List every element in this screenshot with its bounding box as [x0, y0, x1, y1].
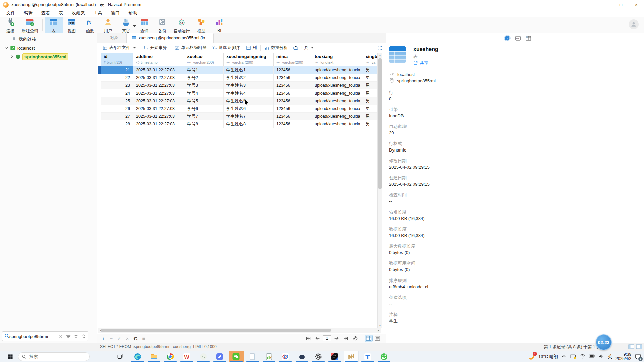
battery-icon[interactable]: [589, 354, 595, 360]
taskbar-app-chrome[interactable]: [163, 351, 178, 362]
wifi-icon[interactable]: [579, 354, 585, 360]
menu-7[interactable]: 帮助: [124, 9, 142, 17]
toggle-right-pane-icon[interactable]: [636, 344, 642, 350]
info-tab-icon[interactable]: [504, 35, 511, 43]
collapse-chevrons-icon[interactable]: [82, 334, 86, 339]
taskbar-app-notepad[interactable]: [245, 351, 260, 362]
taskbar-app-todesk[interactable]: [360, 351, 375, 362]
weather-text[interactable]: 13°C 晴朗: [538, 354, 558, 360]
taskbar-app-edge[interactable]: [130, 351, 145, 362]
table-row[interactable]: 272025-03-31 22:27:03学号7学生姓名7123456uploa…: [97, 113, 386, 120]
cell-xuehao[interactable]: 学号1: [184, 66, 224, 74]
scroll-up-arrow[interactable]: ▲: [378, 53, 382, 57]
menu-3[interactable]: 表: [54, 9, 67, 17]
cell-xuehao[interactable]: 学号5: [184, 97, 224, 105]
cell-addtime[interactable]: 2025-03-31 22:27:03: [133, 113, 184, 120]
table-row[interactable]: 282025-03-31 22:27:03学号8学生姓名8123456uploa…: [97, 120, 386, 128]
filter-sort-button[interactable]: 筛选 & 排序: [209, 45, 243, 51]
taskbar-app-github-cat[interactable]: [294, 351, 309, 362]
cell-xuehao[interactable]: 学号4: [184, 89, 224, 97]
columns-button[interactable]: 列: [243, 45, 260, 51]
toolbar-backup-button[interactable]: 备份: [153, 17, 171, 33]
toolbar-automation-button[interactable]: 自动运行: [171, 17, 192, 33]
ime-indicator[interactable]: 英: [608, 354, 612, 360]
table-row[interactable]: 242025-03-31 22:27:03学号4学生姓名4123456uploa…: [97, 89, 386, 97]
taskbar-app-navicat[interactable]: [344, 351, 359, 362]
toolbar-user-button[interactable]: 用户: [99, 17, 117, 33]
recording-timer-bubble[interactable]: 02:23: [596, 334, 612, 350]
cell-id[interactable]: 25: [101, 97, 133, 105]
last-page-button[interactable]: [342, 334, 350, 342]
fields-tab-icon[interactable]: [525, 35, 531, 43]
apply-changes-button[interactable]: ✓: [115, 334, 123, 342]
cell-touxiang[interactable]: upload/xuesheng_touxia: [312, 74, 363, 82]
tab-active-table[interactable]: xuesheng @springbootpe855rmi (lo...: [126, 33, 214, 43]
taskbar-app-editor-green[interactable]: [262, 351, 276, 362]
scroll-right-arrow[interactable]: ▶: [376, 328, 381, 333]
cell-xuehao[interactable]: 学号7: [184, 113, 224, 120]
column-header-addtime[interactable]: addtimetimestamp: [133, 53, 184, 66]
column-header-xueshengxingming[interactable]: xueshengxingmingABCvarchar(200): [224, 53, 274, 66]
cell-touxiang[interactable]: upload/xuesheng_touxia: [312, 82, 363, 89]
table-row[interactable]: 252025-03-31 22:27:03学号5学生姓名5123456uploa…: [97, 97, 386, 105]
cell-touxiang[interactable]: upload/xuesheng_touxia: [312, 105, 363, 113]
cell-mima[interactable]: 123456: [274, 89, 312, 97]
cell-addtime[interactable]: 2025-03-31 22:27:03: [133, 120, 184, 128]
cell-xueshengxingming[interactable]: 学生姓名7: [224, 113, 274, 120]
close-button[interactable]: ×: [629, 0, 644, 9]
toolbar-bi-button[interactable]: BI: [210, 17, 228, 33]
cell-id[interactable]: 26: [101, 105, 133, 113]
first-page-button[interactable]: [304, 334, 312, 342]
cell-mima[interactable]: 123456: [274, 105, 312, 113]
table-row[interactable]: 212025-03-31 22:27:03学号1学生姓名1123456uploa…: [97, 66, 386, 74]
task-view-icon[interactable]: [117, 353, 123, 361]
taskbar-search-box[interactable]: 搜索: [18, 352, 90, 361]
cell-touxiang[interactable]: upload/xuesheng_touxia: [312, 113, 363, 120]
toolbar-view-button[interactable]: 视图: [63, 17, 81, 33]
taskbar-app-sync-green[interactable]: [377, 351, 391, 362]
menu-6[interactable]: 窗口: [107, 9, 124, 17]
vertical-scroll-thumb[interactable]: [378, 58, 382, 189]
next-page-button[interactable]: [332, 334, 340, 342]
cell-addtime[interactable]: 2025-03-31 22:27:03: [133, 66, 184, 74]
cell-id[interactable]: 23: [101, 82, 133, 89]
table-profile-button[interactable]: 表配置文件: [100, 45, 139, 51]
chevron-right-icon[interactable]: [10, 55, 14, 59]
taskbar-app-wechat[interactable]: [229, 351, 244, 362]
cell-id[interactable]: 21: [101, 66, 133, 74]
speaker-icon[interactable]: [599, 354, 604, 360]
menu-2[interactable]: 查看: [37, 9, 54, 17]
start-button[interactable]: [7, 353, 13, 360]
taskbar-app-intellij[interactable]: [327, 351, 342, 362]
form-view-button[interactable]: [374, 335, 381, 342]
sidebar-item-localhost[interactable]: localhost: [0, 44, 97, 52]
cell-touxiang[interactable]: upload/xuesheng_touxia: [312, 89, 363, 97]
taskbar-app-chat-app[interactable]: [196, 351, 211, 362]
page-number[interactable]: 1: [323, 335, 331, 341]
cast-screen-icon[interactable]: [570, 354, 576, 360]
add-record-button[interactable]: +: [99, 334, 107, 342]
share-link[interactable]: 共享: [413, 60, 428, 66]
table-row[interactable]: 222025-03-31 22:27:03学号2学生姓名2123456uploa…: [97, 74, 386, 82]
favorite-star-icon[interactable]: [74, 334, 78, 339]
cell-xueshengxingming[interactable]: 学生姓名4: [224, 89, 274, 97]
prev-page-button[interactable]: [314, 334, 322, 342]
cell-xuehao[interactable]: 学号8: [184, 120, 224, 128]
cell-addtime[interactable]: 2025-03-31 22:27:03: [133, 89, 184, 97]
cell-editor-button[interactable]: 单元格编辑器: [172, 45, 209, 51]
cell-id[interactable]: 28: [101, 120, 133, 128]
taskbar-app-sunlogin[interactable]: [278, 351, 293, 362]
sidebar-search-box[interactable]: [2, 331, 88, 341]
delete-record-button[interactable]: −: [107, 334, 115, 342]
cell-mima[interactable]: 123456: [274, 74, 312, 82]
cell-xuehao[interactable]: 学号6: [184, 105, 224, 113]
toolbar-query-button[interactable]: 查询: [135, 17, 153, 33]
minimize-button[interactable]: –: [598, 0, 613, 9]
cell-mima[interactable]: 123456: [274, 113, 312, 120]
begin-transaction-button[interactable]: 开始事务: [141, 45, 170, 51]
cell-xueshengxingming[interactable]: 学生姓名3: [224, 82, 274, 89]
table-row[interactable]: 262025-03-31 22:27:03学号6学生姓名6123456uploa…: [97, 105, 386, 113]
data-analysis-button[interactable]: 数据分析: [262, 45, 290, 51]
toolbar-model-button[interactable]: 模型: [192, 17, 210, 33]
cell-id[interactable]: 24: [101, 89, 133, 97]
